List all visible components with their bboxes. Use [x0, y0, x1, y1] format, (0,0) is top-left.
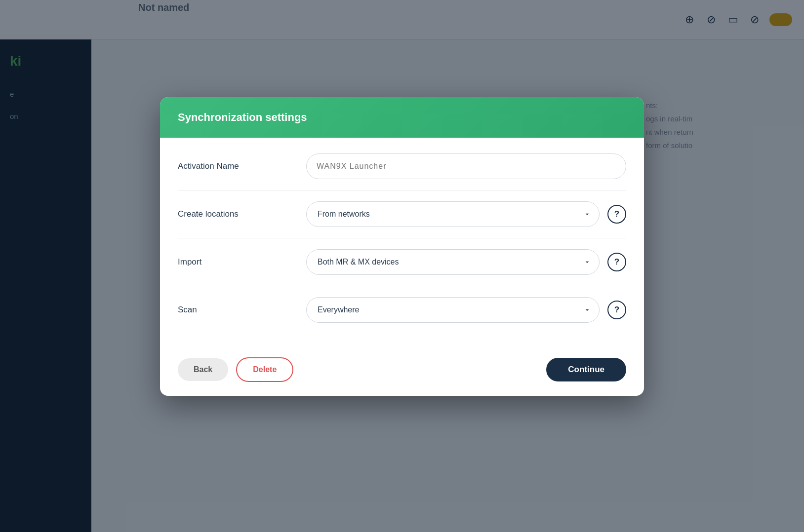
- scan-label: Scan: [178, 305, 306, 315]
- import-select[interactable]: Both MR & MX devices MR only MX only Non…: [306, 249, 600, 275]
- continue-button[interactable]: Continue: [546, 358, 626, 381]
- modal-body: Activation Name Create locations From ne…: [160, 138, 644, 347]
- delete-button[interactable]: Delete: [236, 357, 293, 382]
- modal-overlay: Synchronization settings Activation Name…: [0, 0, 804, 532]
- activation-name-input[interactable]: [306, 153, 626, 179]
- create-locations-help-icon[interactable]: ?: [607, 205, 626, 224]
- back-button[interactable]: Back: [178, 358, 228, 381]
- modal-header: Synchronization settings: [160, 97, 644, 138]
- activation-name-label: Activation Name: [178, 161, 306, 171]
- import-wrapper: Both MR & MX devices MR only MX only Non…: [306, 249, 626, 275]
- scan-help-icon[interactable]: ?: [607, 301, 626, 319]
- create-locations-label: Create locations: [178, 209, 306, 219]
- create-locations-select[interactable]: From networks Manual Disabled: [306, 201, 600, 227]
- import-row: Import Both MR & MX devices MR only MX o…: [178, 238, 626, 286]
- scan-wrapper: Everywhere Local only Disabled ?: [306, 297, 626, 323]
- create-locations-wrapper: From networks Manual Disabled ?: [306, 201, 626, 227]
- import-help-icon[interactable]: ?: [607, 253, 626, 271]
- modal-title: Synchronization settings: [178, 111, 626, 124]
- import-label: Import: [178, 257, 306, 267]
- modal-footer: Back Delete Continue: [160, 347, 644, 396]
- activation-name-row: Activation Name: [178, 143, 626, 190]
- scan-select[interactable]: Everywhere Local only Disabled: [306, 297, 600, 323]
- create-locations-row: Create locations From networks Manual Di…: [178, 190, 626, 238]
- scan-row: Scan Everywhere Local only Disabled ?: [178, 286, 626, 334]
- synchronization-settings-modal: Synchronization settings Activation Name…: [160, 97, 644, 396]
- activation-name-wrapper: [306, 153, 626, 179]
